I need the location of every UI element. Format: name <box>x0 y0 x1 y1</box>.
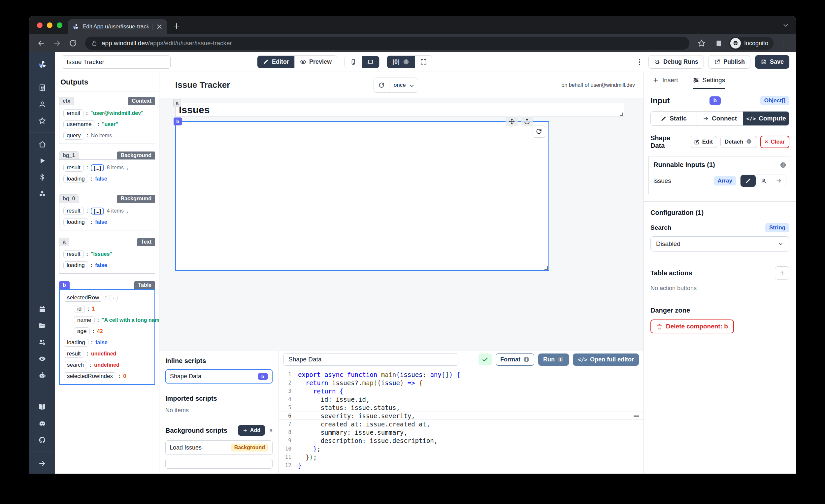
save-button[interactable]: Save <box>755 55 790 69</box>
calendar-icon[interactable] <box>34 301 50 317</box>
fullscreen-button[interactable] <box>415 56 432 68</box>
background-script-item[interactable]: Load Issues Background <box>165 440 273 455</box>
app-name-input[interactable] <box>62 56 171 69</box>
anchor-handle[interactable] <box>521 117 533 126</box>
side-panel-icon[interactable] <box>715 39 723 48</box>
connect-source-button[interactable] <box>771 175 786 187</box>
arrow-right-icon[interactable] <box>34 455 50 472</box>
static-source-button[interactable] <box>741 175 756 187</box>
background-script-item-clipped[interactable] <box>165 459 273 469</box>
tab-preview[interactable]: Preview <box>294 56 337 68</box>
refresh-mode-dropdown[interactable]: once <box>389 78 418 92</box>
output-key[interactable]: selectedRow <box>64 294 102 302</box>
delete-component-button[interactable]: Delete component: b <box>651 319 734 333</box>
mode-compute-button[interactable]: </>Compute <box>743 112 789 126</box>
output-key[interactable]: result <box>63 207 84 215</box>
script-name-input[interactable] <box>284 353 458 366</box>
maximize-window-button[interactable] <box>57 22 62 28</box>
cubes-icon[interactable] <box>34 186 50 202</box>
person-icon[interactable] <box>34 96 50 113</box>
output-key[interactable]: result <box>63 164 84 172</box>
forward-icon[interactable] <box>53 39 61 48</box>
output-key[interactable]: search <box>64 361 87 369</box>
reload-icon[interactable] <box>69 39 77 48</box>
tab-search-chevron-icon[interactable] <box>782 22 790 29</box>
output-key[interactable]: loading <box>64 339 88 347</box>
detach-button[interactable]: Detach <box>721 136 757 148</box>
folder-icon[interactable] <box>34 317 50 334</box>
inline-script-item[interactable]: Shape Data b <box>165 369 273 383</box>
dollar-icon[interactable] <box>34 169 50 186</box>
open-full-editor-button[interactable]: </>Open full editor <box>573 354 639 366</box>
browser-menu-icon[interactable] <box>779 39 788 48</box>
output-key[interactable]: result <box>63 250 84 258</box>
close-window-button[interactable] <box>37 22 43 28</box>
edit-button[interactable]: Edit <box>690 136 717 148</box>
resize-handle[interactable] <box>544 266 548 270</box>
window-controls[interactable] <box>37 22 62 28</box>
component-b-table[interactable]: b <box>175 121 549 271</box>
component-refresh-button[interactable] <box>533 125 545 138</box>
output-key[interactable]: age <box>74 328 90 335</box>
play-icon[interactable] <box>34 152 50 169</box>
output-key[interactable]: loading <box>63 218 88 226</box>
clear-button[interactable]: ×Clear <box>760 136 790 148</box>
home-icon[interactable] <box>34 136 50 152</box>
output-card-chip[interactable]: bg_1 <box>59 151 79 159</box>
windmill-logo-icon[interactable] <box>34 56 50 73</box>
output-key[interactable]: loading <box>63 175 88 183</box>
output-key[interactable]: result <box>64 350 84 358</box>
building-icon[interactable] <box>34 80 50 96</box>
more-menu-icon[interactable] <box>635 58 644 66</box>
mode-static-button[interactable]: Static <box>651 112 697 126</box>
add-background-script-button[interactable]: Add <box>238 425 265 436</box>
users-gear-icon[interactable] <box>34 334 50 351</box>
format-button[interactable]: Format <box>496 354 534 366</box>
browser-tab[interactable]: Edit App u/user/issue-tracker <box>68 19 167 34</box>
back-icon[interactable] <box>37 39 46 48</box>
app-canvas[interactable]: a Issues b <box>159 98 644 351</box>
move-handle[interactable] <box>506 117 518 126</box>
output-key[interactable]: username <box>63 121 95 128</box>
output-card-chip[interactable]: ctx <box>59 97 74 105</box>
tab-insert[interactable]: Insert <box>653 77 678 89</box>
eye-icon[interactable] <box>34 351 50 367</box>
github-icon[interactable] <box>34 432 50 448</box>
component-a-text[interactable]: a Issues <box>175 103 624 117</box>
code-editor[interactable]: 1export async function main(issues: any[… <box>279 368 644 474</box>
minimize-window-button[interactable] <box>47 22 53 28</box>
tab-close-icon[interactable] <box>156 23 163 30</box>
publish-button[interactable]: Publish <box>708 55 750 69</box>
search-mode-select[interactable]: Disabled <box>651 236 790 251</box>
book-icon[interactable] <box>34 399 50 415</box>
output-key[interactable]: selectedRowIndex <box>64 372 116 380</box>
refresh-all-button[interactable] <box>374 78 389 92</box>
collapse-toggle[interactable]: - <box>109 295 118 301</box>
desktop-view-button[interactable] <box>362 56 379 68</box>
run-button[interactable]: Run <box>538 354 569 366</box>
output-card-chip[interactable]: bg_0 <box>59 195 79 203</box>
mode-connect-button[interactable]: Connect <box>697 112 743 126</box>
tab-editor[interactable]: Editor <box>257 56 294 68</box>
address-bar[interactable]: app.windmill.dev/apps/edit/u/user/issue-… <box>85 37 689 50</box>
user-source-button[interactable] <box>756 175 771 187</box>
star-icon[interactable] <box>34 113 50 129</box>
add-table-action-button[interactable] <box>775 266 790 280</box>
tab-settings[interactable]: Settings <box>693 77 725 89</box>
zoom-level-button[interactable]: |0| <box>387 56 415 68</box>
output-key[interactable]: query <box>63 132 84 140</box>
mobile-view-button[interactable] <box>345 56 362 68</box>
collapse-toggle[interactable]: [...] <box>91 164 104 171</box>
discord-icon[interactable] <box>34 415 50 432</box>
debug-runs-button[interactable]: Debug Runs <box>649 55 704 69</box>
output-key[interactable]: email <box>63 109 83 117</box>
collapse-toggle[interactable]: [...] <box>91 208 104 215</box>
output-key[interactable]: loading <box>63 262 88 269</box>
output-key[interactable]: id <box>74 305 85 313</box>
resize-handle[interactable] <box>620 113 623 116</box>
bookmark-star-icon[interactable] <box>697 39 706 48</box>
output-key[interactable]: name <box>74 316 95 324</box>
robot-icon[interactable] <box>34 367 50 383</box>
output-card-chip[interactable]: b <box>59 281 70 289</box>
output-card-chip[interactable]: a <box>59 238 69 246</box>
